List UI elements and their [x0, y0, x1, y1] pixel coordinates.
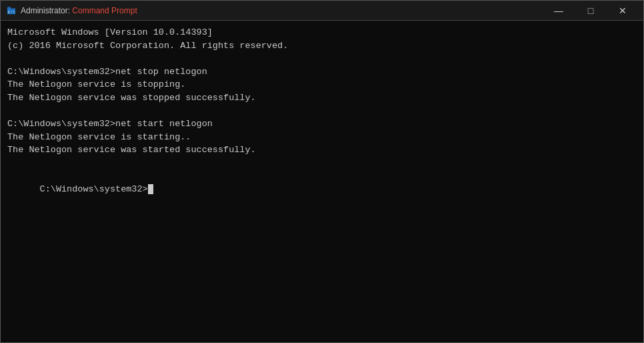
minimize-button[interactable]: — — [543, 1, 574, 20]
svg-text:C:\: C:\ — [8, 10, 15, 15]
svg-rect-1 — [7, 6, 11, 9]
title-cmd: Command Prompt — [72, 6, 137, 15]
terminal-line-6: The Netlogon service was stopped success… — [7, 91, 637, 105]
window-controls: — □ ✕ — [543, 1, 638, 20]
terminal-line-7 — [7, 104, 637, 117]
maximize-button[interactable]: □ — [575, 1, 606, 20]
terminal-line-10: The Netlogon service was started success… — [7, 143, 637, 157]
titlebar: C:\ Administrator: Command Prompt — □ ✕ — [1, 1, 643, 21]
terminal-cursor — [148, 184, 153, 194]
terminal-line-1: Microsoft Windows [Version 10.0.14393] — [7, 26, 637, 39]
terminal-output[interactable]: Microsoft Windows [Version 10.0.14393] (… — [1, 21, 643, 342]
terminal-line-5: The Netlogon service is stopping. — [7, 78, 637, 91]
terminal-line-8: C:\Windows\system32>net start netlogon — [7, 117, 637, 131]
terminal-prompt: C:\Windows\system32> — [40, 184, 148, 194]
window-title: Administrator: Command Prompt — [21, 6, 543, 15]
close-button[interactable]: ✕ — [607, 1, 638, 20]
terminal-line-9: The Netlogon service is starting.. — [7, 131, 637, 144]
window-icon: C:\ — [6, 5, 17, 16]
cmd-window: C:\ Administrator: Command Prompt — □ ✕ … — [0, 0, 644, 343]
terminal-line-11 — [7, 157, 637, 170]
terminal-line-2: (c) 2016 Microsoft Corporation. All righ… — [7, 39, 637, 53]
terminal-line-3 — [7, 52, 637, 65]
terminal-line-4: C:\Windows\system32>net stop netlogon — [7, 65, 637, 79]
terminal-prompt-line: C:\Windows\system32> — [7, 169, 637, 209]
title-admin: Administrator: — [21, 6, 72, 15]
